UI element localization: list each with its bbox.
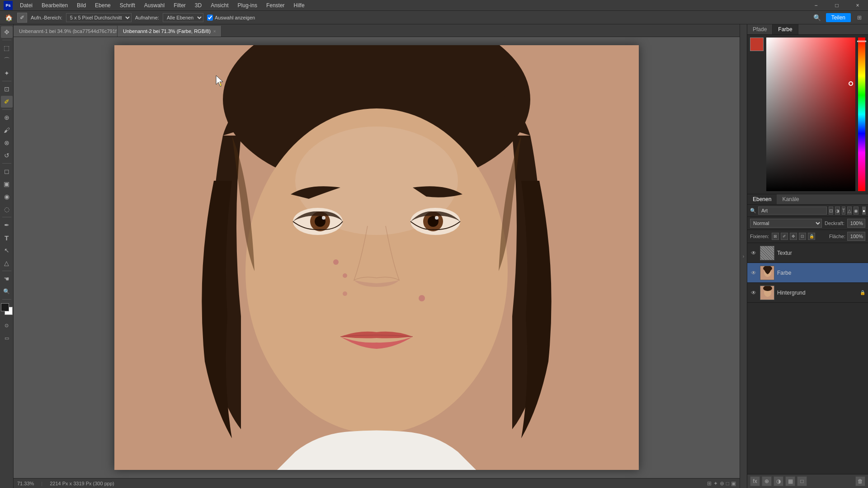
foreground-color-swatch[interactable]: [1, 303, 9, 311]
path-select-tool[interactable]: ↖: [1, 244, 13, 256]
window-close[interactable]: ×: [847, 0, 868, 11]
menu-schrift[interactable]: Schrift: [116, 1, 139, 9]
layer-visibility-hintergrund[interactable]: 👁: [750, 289, 757, 296]
menu-bearbeiten[interactable]: Bearbeiten: [38, 1, 71, 9]
layer-adjustment-btn[interactable]: ◑: [774, 476, 783, 486]
filter-adj-icon[interactable]: ◑: [835, 206, 840, 215]
window-maximize[interactable]: □: [826, 0, 847, 11]
layer-item-hintergrund[interactable]: 👁 Hintergrund 🔒: [747, 283, 868, 303]
auswahl-anzeigen-checkbox[interactable]: [207, 13, 213, 22]
layer-group-btn[interactable]: ▦: [785, 476, 795, 486]
layer-item-farbe[interactable]: 👁 Farbe: [747, 263, 868, 283]
screen-mode-tool[interactable]: ▭: [1, 332, 13, 344]
crop-tool[interactable]: ⊡: [1, 83, 13, 95]
menu-bild[interactable]: Bild: [73, 1, 90, 9]
window-minimize[interactable]: −: [806, 0, 826, 11]
eraser-tool[interactable]: ◻: [1, 165, 13, 177]
status-icon-4[interactable]: □: [726, 480, 729, 487]
hand-tool[interactable]: ☚: [1, 273, 13, 285]
aufnahme-dropdown[interactable]: Alle Ebenen: [163, 13, 203, 22]
doc-tab-1[interactable]: Unbenannt-1 bei 34.9% (bca77544d76c791f.…: [14, 26, 118, 37]
lock-transparent-btn[interactable]: ⊠: [772, 233, 779, 240]
menu-auswahl[interactable]: Auswahl: [141, 1, 168, 9]
doc-tab-2-close[interactable]: ×: [213, 29, 216, 34]
lock-image-btn[interactable]: ✐: [781, 233, 788, 240]
tool-separator-3: [2, 109, 11, 110]
text-tool[interactable]: T: [1, 232, 13, 244]
magic-wand-tool[interactable]: ✦: [1, 67, 13, 79]
auswahl-anzeigen-label[interactable]: Auswahl anzeigen: [207, 13, 255, 22]
layers-filter-row: 🔍 Art ⊡ ◑ T △ ◉ ●: [747, 205, 868, 217]
menu-ebene[interactable]: Ebene: [91, 1, 114, 9]
color-swatch-panel[interactable]: [750, 38, 764, 51]
shape-tool[interactable]: △: [1, 257, 13, 269]
pfade-tab[interactable]: Pfade: [747, 24, 773, 34]
layers-tab-ebenen[interactable]: Ebenen: [747, 194, 777, 204]
menu-hilfe[interactable]: Hilfe: [290, 1, 308, 9]
hue-bar[interactable]: [858, 38, 865, 191]
fill-input[interactable]: 100%: [847, 232, 865, 241]
farbe-tab[interactable]: Farbe: [773, 24, 798, 34]
hue-bar-container[interactable]: [858, 38, 865, 191]
lasso-tool[interactable]: ⌒: [1, 55, 13, 66]
status-icon-1[interactable]: ⊞: [707, 480, 712, 487]
search-icon[interactable]: 🔍: [812, 13, 822, 23]
select-rect-tool[interactable]: ⬚: [1, 42, 13, 54]
canvas-area: Unbenannt-1 bei 34.9% (bca77544d76c791f.…: [14, 24, 740, 488]
brush-tool[interactable]: 🖌: [1, 124, 13, 136]
filter-sm-icon[interactable]: ◉: [854, 206, 859, 215]
zoom-tool[interactable]: 🔍: [1, 286, 13, 297]
status-icon-3[interactable]: ⊕: [720, 480, 724, 487]
svg-point-12: [435, 216, 439, 220]
menu-ansicht[interactable]: Ansicht: [207, 1, 232, 9]
color-gradient-area[interactable]: [766, 38, 855, 191]
menu-fenster[interactable]: Fenster: [263, 1, 288, 9]
menu-plugins[interactable]: Plug-ins: [234, 1, 261, 9]
lock-position-btn[interactable]: ✥: [790, 233, 797, 240]
layer-item-textur[interactable]: 👁 Textur: [747, 243, 868, 263]
layers-filter-input[interactable]: Art: [758, 206, 827, 215]
layer-new-btn[interactable]: □: [797, 476, 807, 486]
history-brush-tool[interactable]: ↺: [1, 150, 13, 161]
dodge-tool[interactable]: ◌: [1, 203, 13, 215]
panel-collapse-button[interactable]: ›: [740, 24, 747, 488]
blur-tool[interactable]: ◉: [1, 191, 13, 202]
move-tool[interactable]: ✥: [1, 26, 13, 38]
menu-3d[interactable]: 3D: [191, 1, 205, 9]
workspace-icon[interactable]: ⊞: [854, 13, 864, 23]
aufnahme-select[interactable]: Alle Ebenen: [163, 13, 203, 22]
clone-stamp-tool[interactable]: ⊗: [1, 137, 13, 149]
layer-delete-btn[interactable]: 🗑: [855, 476, 865, 486]
color-picker-dot[interactable]: [849, 81, 853, 86]
aufn-bereich-select[interactable]: 5 x 5 Pixel Durchschnitt: [66, 13, 132, 22]
eyedropper-tool[interactable]: ✐: [1, 96, 13, 108]
quick-mask-tool[interactable]: ⊙: [1, 319, 13, 331]
blend-mode-select[interactable]: Normal: [750, 219, 822, 228]
aufn-bereich-dropdown[interactable]: 5 x 5 Pixel Durchschnitt: [66, 13, 132, 22]
layer-visibility-textur[interactable]: 👁: [750, 249, 757, 257]
lock-all-btn[interactable]: 🔒: [808, 233, 815, 240]
menu-datei[interactable]: Datei: [16, 1, 36, 9]
opacity-input[interactable]: 100%: [847, 219, 865, 228]
layer-mask-btn[interactable]: ⊕: [762, 476, 772, 486]
share-button[interactable]: Teilen: [826, 13, 851, 22]
tool-separator-4: [2, 163, 11, 164]
status-icon-2[interactable]: ✦: [713, 480, 718, 487]
filter-type-icon[interactable]: T: [842, 206, 845, 215]
menu-filter[interactable]: Filter: [170, 1, 189, 9]
filter-toggle[interactable]: ●: [862, 206, 866, 215]
layers-tab-kanaele[interactable]: Kanäle: [777, 194, 804, 204]
pen-tool[interactable]: ✒: [1, 219, 13, 231]
doc-tab-2[interactable]: Unbenannt-2 bei 71.3% (Farbe, RGB/8) ×: [118, 26, 222, 37]
lock-artboard-btn[interactable]: ⊡: [799, 233, 806, 240]
gradient-tool[interactable]: ▣: [1, 178, 13, 190]
filter-kind-icon[interactable]: ⊡: [829, 206, 833, 215]
eyedropper-options-icon[interactable]: ✐: [17, 13, 27, 23]
layer-fx-btn[interactable]: fx: [750, 476, 760, 486]
home-icon[interactable]: 🏠: [4, 13, 14, 23]
spot-heal-tool[interactable]: ⊕: [1, 112, 13, 123]
canvas-scroll[interactable]: [14, 37, 740, 478]
layer-visibility-farbe[interactable]: 👁: [750, 269, 757, 277]
filter-shape-icon[interactable]: △: [847, 206, 852, 215]
status-icon-5[interactable]: ▣: [731, 480, 736, 487]
